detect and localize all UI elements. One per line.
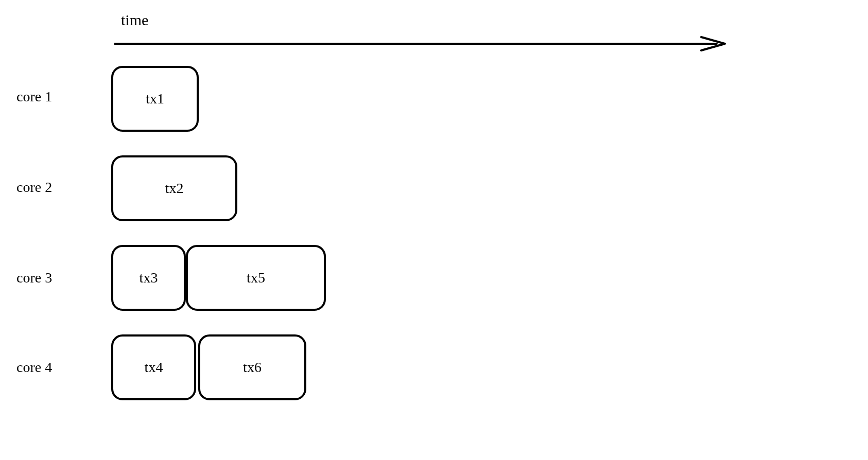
tx-box-tx2: tx2 <box>111 155 237 221</box>
tx-box-tx1: tx1 <box>111 66 199 132</box>
tx-label: tx2 <box>165 180 184 197</box>
tx-box-tx6: tx6 <box>198 334 306 400</box>
tx-box-tx5: tx5 <box>186 245 326 311</box>
core-3-label: core 3 <box>16 270 52 286</box>
core-2-label: core 2 <box>16 179 52 196</box>
tx-box-tx4: tx4 <box>111 334 196 400</box>
core-4-label: core 4 <box>16 359 52 376</box>
tx-label: tx3 <box>140 270 158 286</box>
tx-label: tx4 <box>145 359 163 376</box>
time-axis-label: time <box>121 11 148 29</box>
tx-label: tx1 <box>146 91 164 107</box>
tx-label: tx6 <box>243 359 262 376</box>
time-arrow <box>114 36 727 51</box>
tx-box-tx3: tx3 <box>111 245 186 311</box>
tx-label: tx5 <box>247 270 265 286</box>
core-1-label: core 1 <box>16 89 52 105</box>
